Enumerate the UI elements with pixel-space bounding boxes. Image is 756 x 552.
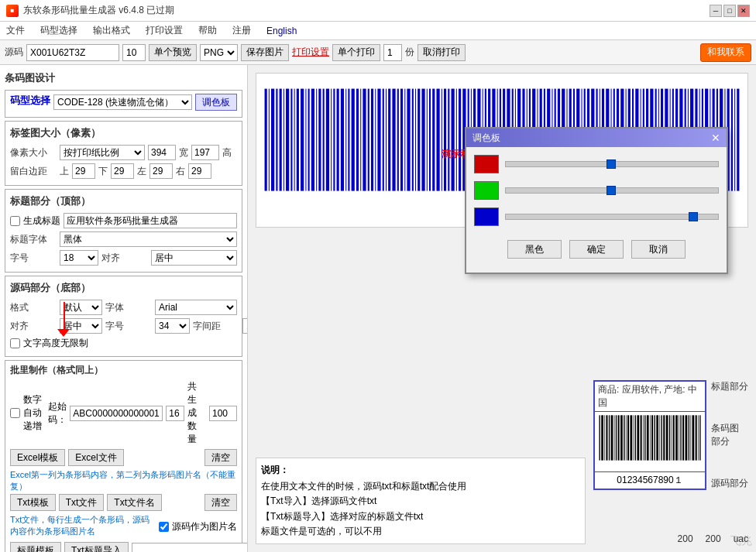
cancel-color-button[interactable]: 取消 bbox=[631, 240, 686, 259]
excel-template-button[interactable]: Excel模板 bbox=[10, 449, 65, 466]
black-button[interactable]: 黑色 bbox=[507, 240, 562, 259]
clear-txt-button[interactable]: 清空 bbox=[204, 494, 237, 511]
svg-rect-39 bbox=[404, 88, 405, 190]
size-label: 字号 bbox=[10, 252, 57, 265]
preview-button[interactable]: 单个预览 bbox=[149, 44, 197, 61]
size-option-select[interactable]: 按打印纸比例 bbox=[60, 145, 145, 160]
dialog-title: 调色板 bbox=[472, 132, 500, 145]
count-value-input[interactable] bbox=[209, 406, 237, 421]
window-controls[interactable]: ─ □ ✕ bbox=[710, 5, 750, 17]
confirm-button[interactable]: 确定 bbox=[569, 240, 624, 259]
header-section: 标题部分（顶部） 生成标题 标题字体 黑体 字号 18 对齐 居中 bbox=[5, 189, 242, 273]
copies-input[interactable] bbox=[383, 44, 402, 61]
menu-register[interactable]: 注册 bbox=[229, 22, 254, 39]
source-size-select[interactable]: 34 bbox=[155, 318, 190, 334]
height-input[interactable] bbox=[191, 145, 219, 160]
menu-output[interactable]: 输出格式 bbox=[90, 22, 133, 39]
label-size-title: 标签图大小（像素） bbox=[10, 125, 237, 142]
maximize-button[interactable]: □ bbox=[723, 5, 736, 17]
source-as-image-cb[interactable] bbox=[159, 522, 169, 532]
svg-rect-5 bbox=[280, 88, 282, 190]
blue-slider[interactable] bbox=[505, 214, 719, 220]
left-margin-input[interactable] bbox=[149, 163, 173, 179]
clear-excel-button[interactable]: 清空 bbox=[204, 449, 237, 466]
txt-file-button[interactable]: Txt文件 bbox=[59, 494, 105, 511]
svg-rect-1 bbox=[265, 88, 267, 190]
blue-swatch bbox=[474, 207, 499, 226]
start-code-input[interactable] bbox=[70, 406, 163, 421]
dialog-close-icon[interactable]: ✕ bbox=[711, 132, 720, 144]
svg-rect-32 bbox=[377, 88, 380, 190]
auto-increment-cb[interactable] bbox=[10, 408, 20, 418]
minimize-button[interactable]: ─ bbox=[710, 5, 722, 17]
green-slider[interactable] bbox=[505, 187, 719, 194]
menu-file[interactable]: 文件 bbox=[3, 22, 28, 39]
size-select[interactable]: 18 bbox=[60, 250, 98, 266]
sample-code-text: 01234567890１ bbox=[595, 471, 705, 489]
menu-english[interactable]: English bbox=[263, 24, 300, 38]
single-print-button[interactable]: 单个打印 bbox=[332, 44, 380, 61]
font-select[interactable]: 黑体 bbox=[60, 231, 237, 247]
cancel-print-button[interactable]: 取消打印 bbox=[418, 44, 466, 61]
sample-barcode-svg bbox=[596, 413, 703, 468]
svg-rect-36 bbox=[392, 88, 395, 190]
svg-rect-11 bbox=[301, 88, 304, 190]
svg-rect-48 bbox=[436, 88, 439, 190]
excel-file-button[interactable]: Excel文件 bbox=[68, 449, 123, 466]
bottom-margin-input[interactable] bbox=[111, 163, 134, 179]
batch-title: 批里制作（格式同上） bbox=[10, 364, 237, 377]
txt-filename-button[interactable]: Txt文件名 bbox=[107, 494, 162, 511]
dialog-buttons: 黑色 确定 取消 bbox=[474, 234, 719, 265]
source-input[interactable] bbox=[26, 44, 119, 61]
svg-rect-51 bbox=[448, 88, 449, 190]
svg-rect-34 bbox=[386, 88, 387, 190]
menu-codetype[interactable]: 码型选择 bbox=[37, 22, 81, 39]
red-slider[interactable] bbox=[505, 161, 719, 167]
generate-label-text: 生成标题 bbox=[23, 214, 60, 228]
svg-rect-173 bbox=[698, 415, 699, 460]
main-title-input[interactable] bbox=[64, 213, 237, 228]
source-spacing-select[interactable]: 1 bbox=[242, 318, 248, 334]
start-code-label: 起始码： bbox=[48, 400, 67, 427]
header-section-title: 标题部分（顶部） bbox=[10, 193, 237, 210]
top-margin-input[interactable] bbox=[72, 163, 95, 179]
svg-rect-3 bbox=[271, 88, 274, 190]
menu-help[interactable]: 帮助 bbox=[195, 22, 220, 39]
save-image-button[interactable]: 保存图片 bbox=[241, 44, 289, 61]
unlimited-height-cb[interactable] bbox=[10, 338, 20, 348]
print-settings-link[interactable]: 打印设置 bbox=[292, 46, 329, 59]
type-select[interactable]: CODE-128 (快速物流仓储） bbox=[53, 94, 192, 110]
svg-rect-37 bbox=[397, 88, 399, 190]
count-digits-input[interactable] bbox=[166, 406, 184, 421]
svg-rect-19 bbox=[331, 88, 332, 190]
txt-header-import-button[interactable]: Txt标题导入 bbox=[64, 542, 129, 552]
app-title: 东软条形码批量生成器 v6.4.8 已过期 bbox=[23, 4, 174, 17]
menu-print[interactable]: 打印设置 bbox=[143, 22, 186, 39]
svg-rect-21 bbox=[337, 88, 339, 190]
svg-rect-15 bbox=[316, 88, 317, 190]
header-txt-filename-input[interactable] bbox=[132, 543, 248, 552]
toolbar: 源码 单个预览 PNG JPG BMP 保存图片 打印设置 单个打印 份 取消打… bbox=[0, 40, 756, 65]
contact-button[interactable]: 和我联系 bbox=[700, 43, 751, 62]
close-button[interactable]: ✕ bbox=[737, 5, 750, 17]
format-select[interactable]: PNG JPG BMP bbox=[200, 44, 238, 61]
width-input[interactable] bbox=[148, 145, 176, 160]
color-palette-button[interactable]: 调色板 bbox=[195, 94, 237, 111]
source-as-image-row: 源码作为图片名 bbox=[159, 520, 237, 533]
svg-rect-145 bbox=[630, 415, 632, 460]
right-margin-input[interactable] bbox=[188, 163, 211, 179]
align-select[interactable]: 居中 bbox=[151, 250, 237, 266]
source-font-select[interactable]: Arial bbox=[155, 300, 237, 315]
svg-rect-12 bbox=[305, 88, 306, 190]
svg-rect-141 bbox=[620, 415, 623, 460]
txt-template-button[interactable]: Txt模板 bbox=[10, 494, 56, 511]
count-input[interactable] bbox=[122, 44, 146, 61]
height-unit: 高 bbox=[222, 146, 232, 159]
batch-section: 批里制作（格式同上） 数字自动递增 起始码： 共生成数量 Excel模板 Exc… bbox=[5, 360, 242, 552]
svg-rect-134 bbox=[604, 415, 605, 460]
source-format-select[interactable]: 默认 bbox=[60, 300, 102, 315]
svg-rect-157 bbox=[659, 415, 660, 460]
generate-label-cb[interactable] bbox=[10, 216, 20, 226]
header-template-button[interactable]: 标题模板 bbox=[10, 542, 61, 552]
svg-rect-23 bbox=[345, 88, 346, 190]
